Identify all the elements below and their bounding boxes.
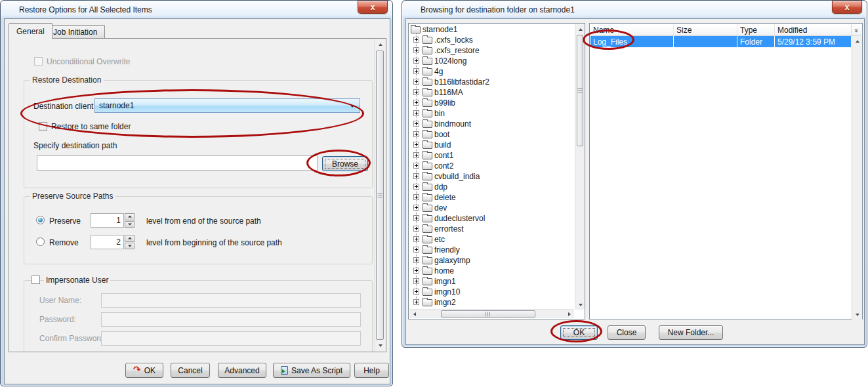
close-button-bottom[interactable]: Close bbox=[608, 325, 646, 340]
column-chooser-button[interactable]: » bbox=[851, 24, 861, 36]
tree-item[interactable]: cvbuild_india bbox=[409, 171, 574, 182]
expand-plus-icon[interactable] bbox=[413, 257, 419, 263]
expand-plus-icon[interactable] bbox=[413, 268, 419, 274]
column-header-modified[interactable]: Modified bbox=[775, 24, 851, 35]
scroll-down-icon[interactable] bbox=[375, 340, 386, 351]
help-button[interactable]: Help bbox=[354, 363, 389, 378]
expand-plus-icon[interactable] bbox=[413, 110, 419, 116]
tree-vertical-scrollbar[interactable] bbox=[575, 24, 585, 310]
scroll-left-icon[interactable] bbox=[409, 310, 419, 318]
tree-item[interactable]: starnode1 bbox=[409, 24, 574, 35]
expand-plus-icon[interactable] bbox=[413, 152, 419, 158]
expand-plus-icon[interactable] bbox=[413, 289, 419, 295]
tree-item[interactable]: b99lib bbox=[409, 98, 574, 108]
vertical-scrollbar[interactable] bbox=[374, 39, 385, 351]
tree-item[interactable]: ddp bbox=[409, 182, 574, 192]
tree-item[interactable]: etc bbox=[409, 234, 574, 245]
tree-item[interactable]: bin bbox=[409, 108, 574, 119]
scrollbar-thumb[interactable] bbox=[376, 51, 384, 340]
cancel-button[interactable]: Cancel bbox=[171, 363, 210, 378]
browse-folder-titlebar[interactable]: Browsing for destination folder on starn… bbox=[402, 1, 867, 18]
scroll-up-icon[interactable] bbox=[375, 39, 386, 50]
ok-button[interactable]: OK bbox=[560, 325, 598, 340]
tree-item[interactable]: cont1 bbox=[409, 150, 574, 161]
preserve-level-value[interactable]: 1 bbox=[91, 213, 124, 228]
tree-item[interactable]: bindmount bbox=[409, 119, 574, 129]
expand-plus-icon[interactable] bbox=[413, 278, 419, 284]
column-header-type[interactable]: Type bbox=[737, 24, 775, 35]
list-row-log-files[interactable]: Log_Files Folder 5/29/12 3:59 PM bbox=[590, 36, 851, 47]
expand-plus-icon[interactable] bbox=[413, 131, 419, 137]
destination-path-input[interactable] bbox=[37, 155, 318, 171]
expand-plus-icon[interactable] bbox=[413, 58, 419, 64]
tree-item[interactable]: build bbox=[409, 140, 574, 150]
tree-item[interactable]: boot bbox=[409, 129, 574, 140]
tree-item[interactable]: 4g bbox=[409, 66, 574, 77]
preserve-radio[interactable] bbox=[36, 216, 45, 224]
tree-item[interactable]: imgn1 bbox=[409, 276, 574, 287]
save-as-script-button[interactable]: Save As Script bbox=[273, 363, 350, 378]
expand-plus-icon[interactable] bbox=[413, 184, 419, 190]
close-button[interactable]: x bbox=[832, 1, 862, 14]
browse-button[interactable]: Browse bbox=[322, 156, 368, 171]
tree-item[interactable]: b116MA bbox=[409, 87, 574, 98]
tree-item[interactable]: 1024long bbox=[409, 56, 574, 66]
spinner-up-icon[interactable] bbox=[125, 213, 134, 220]
unconditional-overwrite-checkbox[interactable] bbox=[34, 57, 43, 66]
tree-item[interactable]: errortest bbox=[409, 224, 574, 234]
new-folder-button[interactable]: New Folder... bbox=[659, 325, 723, 340]
user-name-input[interactable] bbox=[101, 293, 361, 308]
scroll-up-icon[interactable] bbox=[852, 36, 863, 46]
list-vertical-scrollbar[interactable] bbox=[852, 36, 862, 319]
expand-plus-icon[interactable] bbox=[413, 47, 419, 53]
tree-item[interactable]: friendly bbox=[409, 245, 574, 255]
column-header-name[interactable]: Name bbox=[590, 24, 674, 35]
tree-item[interactable]: cont2 bbox=[409, 161, 574, 171]
tree-item[interactable]: .cxfs_restore bbox=[409, 45, 574, 56]
tree-item[interactable]: home bbox=[409, 266, 574, 276]
preserve-level-spinner[interactable]: 1 bbox=[91, 213, 134, 228]
expand-plus-icon[interactable] bbox=[413, 163, 419, 169]
remove-level-spinner[interactable]: 2 bbox=[91, 235, 134, 249]
ok-button[interactable]: ↷ OK bbox=[125, 363, 163, 378]
spinner-down-icon[interactable] bbox=[125, 221, 134, 228]
expand-plus-icon[interactable] bbox=[413, 236, 419, 242]
spinner-up-icon[interactable] bbox=[125, 235, 134, 242]
close-button[interactable]: x bbox=[358, 1, 388, 14]
expand-plus-icon[interactable] bbox=[413, 121, 419, 127]
expand-plus-icon[interactable] bbox=[413, 247, 419, 253]
tree-item[interactable]: b116libfastidar2 bbox=[409, 77, 574, 87]
scrollbar-thumb[interactable] bbox=[441, 310, 535, 317]
impersonate-user-checkbox[interactable] bbox=[31, 276, 40, 284]
column-header-size[interactable]: Size bbox=[674, 24, 737, 35]
advanced-button[interactable]: Advanced bbox=[218, 363, 266, 378]
scroll-up-icon[interactable] bbox=[575, 24, 585, 34]
expand-plus-icon[interactable] bbox=[413, 215, 419, 221]
spinner-down-icon[interactable] bbox=[125, 243, 134, 250]
tree-item[interactable]: dudeclustervol bbox=[409, 213, 574, 224]
restore-same-folder-checkbox[interactable] bbox=[39, 122, 47, 131]
expand-plus-icon[interactable] bbox=[413, 37, 419, 43]
tab-general[interactable]: General bbox=[9, 23, 52, 39]
tree-item[interactable]: imgn2 bbox=[409, 297, 574, 308]
tree-horizontal-scrollbar[interactable] bbox=[409, 309, 574, 318]
expand-plus-icon[interactable] bbox=[413, 100, 419, 106]
scroll-right-icon[interactable] bbox=[564, 310, 574, 318]
tab-job-initiation[interactable]: Job Initiation bbox=[45, 25, 105, 38]
scroll-down-icon[interactable] bbox=[575, 300, 585, 310]
expand-plus-icon[interactable] bbox=[413, 299, 419, 305]
expand-plus-icon[interactable] bbox=[413, 205, 419, 211]
expand-plus-icon[interactable] bbox=[413, 68, 419, 74]
tree-item[interactable]: dev bbox=[409, 203, 574, 213]
restore-options-titlebar[interactable]: Restore Options for All Selected Items x bbox=[1, 1, 392, 18]
scroll-down-icon[interactable] bbox=[852, 310, 863, 319]
tree-item[interactable]: galaxytmp bbox=[409, 255, 574, 266]
expand-plus-icon[interactable] bbox=[413, 226, 419, 232]
expand-plus-icon[interactable] bbox=[413, 173, 419, 179]
remove-radio[interactable] bbox=[36, 237, 45, 246]
expand-plus-icon[interactable] bbox=[413, 142, 419, 148]
confirm-password-input[interactable] bbox=[101, 331, 361, 346]
password-input[interactable] bbox=[101, 312, 361, 327]
destination-client-combobox[interactable]: starnode1 bbox=[94, 98, 360, 113]
scrollbar-thumb[interactable] bbox=[577, 35, 583, 146]
